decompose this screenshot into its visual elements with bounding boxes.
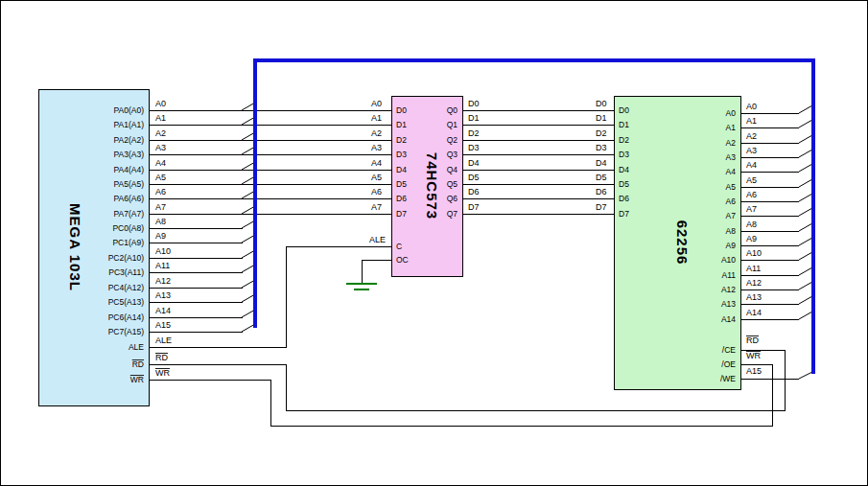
pin-label-mega-103l: PC3(A11)	[108, 267, 144, 277]
pin-label-74hc573: D1	[396, 120, 407, 129]
schematic-svg: A0A1A2A3A4A5A6A7A8A9A10A11A12A13A14A15AL…	[0, 0, 868, 486]
net-label: D0	[468, 99, 480, 108]
pin-label-mega-103l: PA5(A5)	[114, 179, 145, 189]
net-label: A7	[746, 204, 757, 214]
pin-label-62256: A8	[726, 226, 737, 236]
pin-label-62256: A9	[726, 241, 737, 250]
pin-label-62256: A10	[721, 255, 736, 265]
pin-label-62256: D4	[619, 165, 629, 174]
net-label: A0	[371, 99, 382, 108]
pin-label-74hc573: D4	[396, 165, 407, 174]
pin-label-62256: D5	[619, 179, 629, 189]
pin-label-62256: A4	[726, 167, 737, 176]
pin-label-74hc573: D5	[396, 179, 407, 189]
net-label: A5	[746, 175, 757, 185]
net-label: D5	[596, 173, 607, 182]
net-label: A10	[746, 248, 762, 258]
net-label: A13	[155, 290, 171, 300]
net-label: A1	[371, 113, 382, 123]
net-label: A5	[155, 173, 166, 182]
pin-label-62256: A3	[726, 152, 737, 162]
pin-label-62256: D7	[619, 209, 629, 219]
net-label: A0	[746, 102, 757, 111]
net-label: A2	[371, 128, 382, 138]
net-label: D5	[468, 173, 480, 182]
net-label: A0	[155, 99, 166, 108]
pin-label-mega-103l: PC4(A12)	[108, 283, 144, 292]
pin-label-74hc573: Q6	[447, 194, 458, 203]
pin-label-74hc573: Q3	[447, 150, 458, 159]
net-label: A9	[155, 231, 166, 241]
net-label: A14	[155, 306, 171, 315]
chip-title-62256: 62256	[674, 220, 691, 266]
net-label: A6	[155, 187, 166, 197]
pin-label-mega-103l: PA3(A3)	[114, 150, 145, 159]
net-label: ALE	[369, 235, 386, 244]
pin-label-74hc573: Q5	[447, 179, 458, 189]
pin-label-62256: A5	[726, 182, 737, 192]
net-label: D0	[596, 99, 607, 108]
net-label: A3	[746, 146, 757, 155]
net-label: D3	[596, 143, 607, 152]
net-label: A4	[371, 158, 382, 168]
net-label: A12	[746, 278, 762, 288]
net-label: A6	[746, 190, 757, 199]
net-label: A10	[155, 246, 171, 256]
pin-label-mega-103l: PA2(A2)	[114, 135, 145, 145]
net-label: D1	[468, 113, 480, 123]
net-label: WR	[155, 368, 170, 378]
pin-label-62256: A13	[721, 299, 736, 309]
pin-label-74hc573: D7	[396, 209, 407, 219]
net-label: D2	[596, 128, 607, 138]
pin-label-74hc573: C	[396, 242, 402, 251]
net-label: D6	[468, 187, 480, 197]
pin-label-62256: A2	[726, 138, 737, 148]
pin-label-74hc573: OC	[396, 255, 409, 265]
net-label: D1	[596, 113, 607, 123]
pin-label-74hc573: D2	[396, 135, 407, 145]
chip-title-mega-103l: MEGA 103L	[67, 203, 83, 291]
schematic-canvas: A0A1A2A3A4A5A6A7A8A9A10A11A12A13A14A15AL…	[0, 0, 868, 486]
pin-label-mega-103l: PA6(A6)	[114, 194, 145, 203]
pin-label-62256: D3	[619, 150, 629, 159]
pin-label-74hc573: D3	[396, 150, 407, 159]
pin-label-mega-103l: PC7(A15)	[108, 327, 144, 336]
pin-label-mega-103l: RD	[132, 359, 144, 369]
net-label: D6	[596, 187, 607, 197]
pin-label-mega-103l: PC0(A8)	[112, 223, 144, 233]
pin-label-62256: D0	[619, 105, 629, 115]
net-label: RD	[746, 336, 759, 345]
pin-label-62256: D1	[619, 120, 629, 129]
pin-label-mega-103l: ALE	[129, 342, 144, 352]
pin-label-62256: /OE	[721, 359, 736, 369]
net-label: RD	[155, 353, 168, 362]
net-label: A11	[155, 261, 170, 270]
net-label: A1	[155, 113, 166, 123]
pin-label-62256: A11	[722, 270, 737, 280]
net-label: A14	[746, 308, 762, 317]
net-label: A15	[155, 320, 171, 330]
pin-label-mega-103l: PA0(A0)	[114, 105, 145, 115]
net-label: D3	[468, 143, 480, 152]
pin-label-mega-103l: PA4(A4)	[114, 165, 145, 174]
net-label: A4	[746, 160, 757, 170]
pin-label-62256: A6	[726, 197, 737, 206]
net-label: A2	[746, 131, 757, 141]
pin-label-mega-103l: PC6(A14)	[108, 312, 144, 322]
net-label: A13	[746, 292, 762, 302]
net-label: A7	[371, 202, 382, 212]
pin-label-62256: A14	[721, 314, 736, 324]
net-label: D4	[596, 158, 607, 168]
pin-label-74hc573: Q4	[447, 165, 458, 174]
pin-label-62256: /WE	[720, 374, 736, 383]
pin-label-62256: D6	[619, 194, 629, 203]
net-label: D7	[468, 202, 480, 212]
net-label: ALE	[155, 336, 172, 345]
pin-label-mega-103l: PA1(A1)	[114, 120, 145, 129]
net-label: A12	[155, 276, 171, 286]
net-label: A2	[155, 128, 166, 138]
pin-label-74hc573: Q2	[447, 135, 458, 145]
pin-label-mega-103l: WR	[130, 375, 144, 384]
net-label: A9	[746, 234, 757, 243]
net-label: A1	[746, 116, 757, 126]
